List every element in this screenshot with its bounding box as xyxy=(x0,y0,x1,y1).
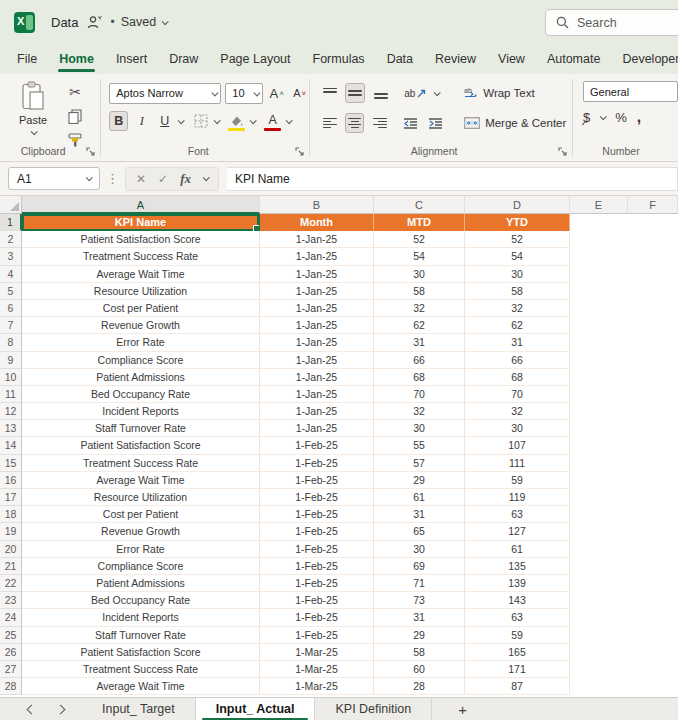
cell-A16[interactable]: Average Wait Time xyxy=(22,472,260,489)
empty-cell[interactable] xyxy=(628,506,678,523)
underline-button[interactable]: U xyxy=(155,111,174,131)
cell-B8[interactable]: 1-Jan-25 xyxy=(260,334,374,351)
row-header-2[interactable]: 2 xyxy=(0,231,22,248)
font-color-chevron-icon[interactable] xyxy=(286,117,293,124)
column-header-B[interactable]: B xyxy=(260,196,374,214)
ribbon-tab-home[interactable]: Home xyxy=(48,44,105,74)
ribbon-tab-file[interactable]: File xyxy=(6,44,48,74)
cell-B7[interactable]: 1-Jan-25 xyxy=(260,317,374,334)
cell-B26[interactable]: 1-Mar-25 xyxy=(260,644,374,661)
select-all-corner[interactable] xyxy=(0,196,22,214)
row-header-27[interactable]: 27 xyxy=(0,661,22,678)
cell-B28[interactable]: 1-Mar-25 xyxy=(260,678,374,695)
empty-cell[interactable] xyxy=(570,317,628,334)
cell-C8[interactable]: 31 xyxy=(374,334,465,351)
share-people-icon[interactable] xyxy=(87,15,103,29)
cell-C5[interactable]: 58 xyxy=(374,283,465,300)
cell-C19[interactable]: 65 xyxy=(374,523,465,540)
cell-C21[interactable]: 69 xyxy=(374,558,465,575)
cell-D23[interactable]: 143 xyxy=(465,592,570,609)
cell-D8[interactable]: 31 xyxy=(465,334,570,351)
row-header-16[interactable]: 16 xyxy=(0,472,22,489)
cell-C18[interactable]: 31 xyxy=(374,506,465,523)
cell-D19[interactable]: 127 xyxy=(465,523,570,540)
cell-A12[interactable]: Incident Reports xyxy=(22,403,260,420)
row-header-28[interactable]: 28 xyxy=(0,678,22,695)
cut-button[interactable]: ✂ xyxy=(64,83,86,101)
empty-cell[interactable] xyxy=(570,437,628,454)
cell-C3[interactable]: 54 xyxy=(374,248,465,265)
ribbon-tab-page-layout[interactable]: Page Layout xyxy=(209,44,301,74)
cell-A25[interactable]: Staff Turnover Rate xyxy=(22,627,260,644)
cell-C15[interactable]: 57 xyxy=(374,455,465,472)
cell-A11[interactable]: Bed Occupancy Rate xyxy=(22,386,260,403)
cell-A1-selected[interactable]: KPI Name xyxy=(22,214,260,231)
row-header-19[interactable]: 19 xyxy=(0,523,22,540)
row-header-10[interactable]: 10 xyxy=(0,369,22,386)
cell-A19[interactable]: Revenue Growth xyxy=(22,523,260,540)
empty-cell[interactable] xyxy=(628,403,678,420)
orientation-chevron-icon[interactable] xyxy=(434,89,441,96)
cell-B16[interactable]: 1-Feb-25 xyxy=(260,472,374,489)
cell-A10[interactable]: Patient Admissions xyxy=(22,369,260,386)
cell-C12[interactable]: 32 xyxy=(374,403,465,420)
cell-C13[interactable]: 30 xyxy=(374,420,465,437)
comma-style-button[interactable]: , xyxy=(637,108,641,126)
ribbon-tab-automate[interactable]: Automate xyxy=(536,44,612,74)
cell-D6[interactable]: 32 xyxy=(465,300,570,317)
row-header-3[interactable]: 3 xyxy=(0,248,22,265)
insert-function-icon[interactable]: fx xyxy=(180,171,191,187)
empty-cell[interactable] xyxy=(628,283,678,300)
cell-D16[interactable]: 59 xyxy=(465,472,570,489)
empty-cell[interactable] xyxy=(570,214,628,231)
cell-A18[interactable]: Cost per Patient xyxy=(22,506,260,523)
empty-cell[interactable] xyxy=(570,334,628,351)
empty-cell[interactable] xyxy=(570,644,628,661)
cell-B10[interactable]: 1-Jan-25 xyxy=(260,369,374,386)
increase-font-size-button[interactable]: A˄ xyxy=(267,83,286,103)
empty-cell[interactable] xyxy=(628,661,678,678)
cell-C25[interactable]: 29 xyxy=(374,627,465,644)
cell-D9[interactable]: 66 xyxy=(465,352,570,369)
empty-cell[interactable] xyxy=(570,592,628,609)
font-dialog-launcher[interactable] xyxy=(295,147,304,156)
cell-B12[interactable]: 1-Jan-25 xyxy=(260,403,374,420)
percent-style-button[interactable]: % xyxy=(615,110,627,125)
cell-C23[interactable]: 73 xyxy=(374,592,465,609)
row-header-23[interactable]: 23 xyxy=(0,592,22,609)
empty-cell[interactable] xyxy=(570,523,628,540)
empty-cell[interactable] xyxy=(628,558,678,575)
cell-B21[interactable]: 1-Feb-25 xyxy=(260,558,374,575)
empty-cell[interactable] xyxy=(628,437,678,454)
row-header-13[interactable]: 13 xyxy=(0,420,22,437)
ribbon-tab-data[interactable]: Data xyxy=(376,44,424,74)
number-format-select[interactable]: General xyxy=(583,81,678,102)
cell-A14[interactable]: Patient Satisfaction Score xyxy=(22,437,260,454)
ribbon-tab-draw[interactable]: Draw xyxy=(158,44,209,74)
alignment-dialog-launcher[interactable] xyxy=(558,147,567,156)
cell-D2[interactable]: 52 xyxy=(465,231,570,248)
font-size-select[interactable]: 10 xyxy=(225,83,263,104)
cell-B22[interactable]: 1-Feb-25 xyxy=(260,575,374,592)
clipboard-dialog-launcher[interactable] xyxy=(86,147,95,156)
cell-C9[interactable]: 66 xyxy=(374,352,465,369)
row-header-11[interactable]: 11 xyxy=(0,386,22,403)
cell-D18[interactable]: 63 xyxy=(465,506,570,523)
cell-D11[interactable]: 70 xyxy=(465,386,570,403)
ribbon-tab-insert[interactable]: Insert xyxy=(105,44,158,74)
cell-B14[interactable]: 1-Feb-25 xyxy=(260,437,374,454)
cell-B5[interactable]: 1-Jan-25 xyxy=(260,283,374,300)
empty-cell[interactable] xyxy=(628,678,678,695)
cell-A7[interactable]: Revenue Growth xyxy=(22,317,260,334)
empty-cell[interactable] xyxy=(570,661,628,678)
empty-cell[interactable] xyxy=(570,506,628,523)
bold-button[interactable]: B xyxy=(109,111,128,131)
cell-C10[interactable]: 68 xyxy=(374,369,465,386)
cell-C26[interactable]: 58 xyxy=(374,644,465,661)
empty-cell[interactable] xyxy=(628,420,678,437)
row-header-12[interactable]: 12 xyxy=(0,403,22,420)
cell-A2[interactable]: Patient Satisfaction Score xyxy=(22,231,260,248)
cell-B3[interactable]: 1-Jan-25 xyxy=(260,248,374,265)
empty-cell[interactable] xyxy=(628,214,678,231)
column-header-F[interactable]: F xyxy=(628,196,678,214)
